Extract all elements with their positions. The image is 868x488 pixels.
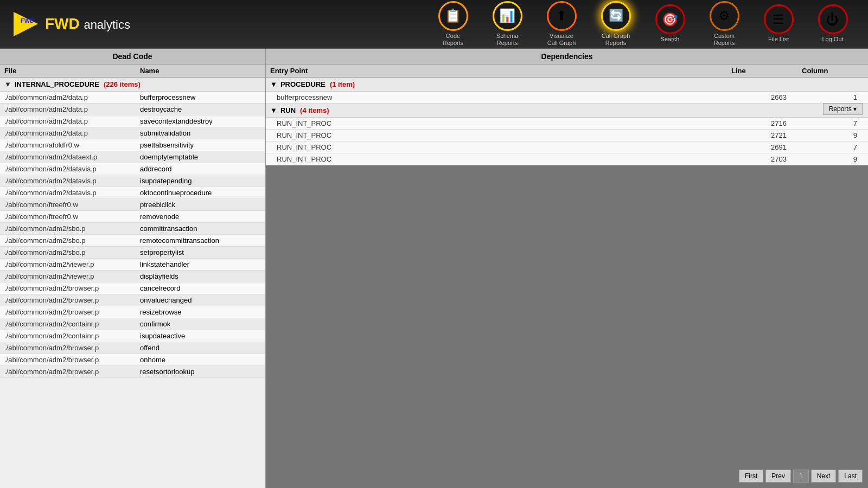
left-cell-file: ./abl/common/adm2/browser.p [0, 356, 136, 364]
table-row[interactable]: ./abl/common/afoldfr0.w psettabsensitivi… [0, 139, 265, 151]
left-group-toggle[interactable]: ▼ [4, 80, 11, 88]
left-cell-file: ./abl/common/adm2/datavis.p [0, 177, 136, 185]
right-cell-line: 2703 [727, 155, 797, 163]
left-rows-container: ./abl/common/adm2/data.p bufferprocessne… [0, 92, 265, 378]
left-cell-file: ./abl/common/ftreefr0.w [0, 201, 136, 209]
svg-marker-0 [14, 12, 38, 36]
procedure-rows: bufferprocessnew 2663 1 [266, 92, 868, 104]
right-table-headers: Entry Point Line Column [266, 65, 868, 78]
nav-call-graph-reports[interactable]: 🔄 Call GraphReports [591, 1, 640, 47]
left-cell-name: offend [136, 344, 265, 352]
nav-file-list[interactable]: ☰ File List [754, 4, 803, 43]
left-cell-file: ./abl/common/adm2/sbo.p [0, 224, 136, 233]
left-cell-name: ptreeblclick [136, 201, 265, 209]
last-button[interactable]: Last [838, 470, 863, 483]
left-cell-file: ./abl/common/adm2/browser.p [0, 308, 136, 316]
nav-custom-reports-label: CustomReports [714, 33, 735, 47]
table-row[interactable]: ./abl/common/adm2/data.p bufferprocessne… [0, 92, 265, 104]
right-cell-line: 2721 [727, 131, 797, 139]
table-row[interactable]: ./abl/common/adm2/browser.p offend [0, 342, 265, 354]
procedure-toggle[interactable]: ▼ [270, 80, 277, 88]
nav-custom-reports[interactable]: ⚙ CustomReports [700, 1, 749, 47]
procedure-section-header[interactable]: ▼ PROCEDURE (1 item) [266, 78, 868, 92]
first-button[interactable]: First [739, 470, 763, 483]
nav-log-out[interactable]: ⏻ Log Out [808, 4, 857, 43]
log-out-icon: ⏻ [818, 4, 848, 34]
file-list-icon: ☰ [764, 4, 794, 34]
right-cell-entry: RUN_INT_PROC [266, 131, 727, 139]
left-cell-name: doemptytemptable [136, 153, 265, 161]
right-header-entry: Entry Point [266, 67, 727, 75]
next-button[interactable]: Next [811, 470, 837, 483]
left-cell-file: ./abl/common/adm2/data.p [0, 105, 136, 113]
table-row[interactable]: RUN_INT_PROC 2721 9 [266, 130, 868, 142]
table-row[interactable]: RUN_INT_PROC 2691 7 [266, 142, 868, 153]
nav-search-label: Search [661, 36, 680, 43]
procedure-section-count: (1 item) [330, 80, 355, 88]
run-toggle[interactable]: ▼ [270, 106, 277, 114]
table-row[interactable]: ./abl/common/ftreefr0.w ptreeblclick [0, 199, 265, 211]
nav-log-out-label: Log Out [822, 36, 843, 43]
left-cell-file: ./abl/common/adm2/viewer.p [0, 260, 136, 268]
left-cell-name: committransaction [136, 224, 265, 233]
table-row[interactable]: ./abl/common/adm2/sbo.p remotecommittran… [0, 235, 265, 247]
right-cell-column: 1 [797, 93, 868, 101]
table-row[interactable]: ./abl/common/adm2/browser.p onvaluechang… [0, 294, 265, 306]
table-row[interactable]: ./abl/common/adm2/datavis.p addrecord [0, 163, 265, 175]
right-cell-entry: RUN_INT_PROC [266, 143, 727, 151]
table-row[interactable]: ./abl/common/adm2/data.p submitvalidatio… [0, 127, 265, 139]
table-row[interactable]: bufferprocessnew 2663 1 [266, 92, 868, 104]
table-row[interactable]: ./abl/common/adm2/datavis.p isupdatepend… [0, 175, 265, 187]
nav-schema-reports[interactable]: 📊 SchemaReports [483, 1, 532, 47]
table-row[interactable]: ./abl/common/adm2/browser.p cancelrecord [0, 282, 265, 294]
logo-fwd: FWD [45, 15, 80, 32]
current-page[interactable]: 1 [793, 470, 809, 483]
left-cell-name: bufferprocessnew [136, 93, 265, 101]
reports-button-label: Reports ▾ [829, 105, 857, 113]
right-content[interactable]: ▼ PROCEDURE (1 item) bufferprocessnew 26… [266, 78, 868, 488]
table-row[interactable]: ./abl/common/adm2/browser.p resizebrowse [0, 306, 265, 318]
table-row[interactable]: ./abl/common/adm2/containr.p isupdateact… [0, 330, 265, 342]
right-cell-column: 9 [797, 131, 868, 139]
table-row[interactable]: ./abl/common/adm2/datavis.p oktocontinue… [0, 187, 265, 199]
left-table-headers: File Name [0, 65, 265, 78]
left-cell-name: remotecommittransaction [136, 236, 265, 245]
table-row[interactable]: ./abl/common/ftreefr0.w removenode [0, 211, 265, 223]
right-header-column: Column [797, 67, 868, 75]
schema-reports-icon: 📊 [493, 1, 522, 31]
table-row[interactable]: ./abl/common/adm2/sbo.p setpropertylist [0, 247, 265, 259]
left-cell-name: oktocontinueprocedure [136, 189, 265, 197]
left-cell-file: ./abl/common/adm2/sbo.p [0, 236, 136, 245]
left-cell-name: isupdateactive [136, 332, 265, 340]
nav-icons: 📋 CodeReports 📊 SchemaReports ⬆ Visualiz… [429, 1, 857, 47]
table-row[interactable]: ./abl/common/adm2/data.p destroycache [0, 104, 265, 115]
reports-button[interactable]: Reports ▾ [823, 103, 863, 115]
left-cell-name: displayfields [136, 272, 265, 280]
table-row[interactable]: ./abl/common/adm2/containr.p confirmok [0, 318, 265, 330]
table-row[interactable]: ./abl/common/adm2/browser.p resetsortorl… [0, 366, 265, 378]
table-row[interactable]: ./abl/common/adm2/sbo.p committransactio… [0, 223, 265, 235]
table-row[interactable]: ./abl/common/adm2/viewer.p linkstatehand… [0, 259, 265, 271]
prev-button[interactable]: Prev [765, 470, 791, 483]
run-section-header[interactable]: ▼ RUN (4 items) [266, 104, 868, 118]
nav-schema-reports-label: SchemaReports [496, 33, 518, 47]
nav-call-graph-label: Call GraphReports [602, 33, 630, 47]
table-row[interactable]: RUN_INT_PROC 2716 7 [266, 118, 868, 130]
left-cell-name: linkstatehandler [136, 260, 265, 268]
right-header-line: Line [727, 67, 797, 75]
nav-search[interactable]: 🎯 Search [646, 4, 694, 43]
table-row[interactable]: ./abl/common/adm2/browser.p onhome [0, 354, 265, 366]
table-row[interactable]: ./abl/common/adm2/dataext.p doemptytempt… [0, 151, 265, 163]
nav-visualize-call-graph[interactable]: ⬆ VisualizeCall Graph [537, 1, 586, 47]
right-cell-entry: bufferprocessnew [266, 93, 727, 101]
right-cell-entry: RUN_INT_PROC [266, 155, 727, 163]
table-row[interactable]: RUN_INT_PROC 2703 9 [266, 153, 868, 165]
left-table[interactable]: ▼ INTERNAL_PROCEDURE (226 items) ./abl/c… [0, 78, 265, 488]
table-row[interactable]: ./abl/common/adm2/viewer.p displayfields [0, 271, 265, 282]
left-group-header[interactable]: ▼ INTERNAL_PROCEDURE (226 items) [0, 78, 265, 92]
run-section-name: RUN [280, 106, 296, 114]
nav-code-reports[interactable]: 📋 CodeReports [429, 1, 477, 47]
table-row[interactable]: ./abl/common/adm2/data.p savecontextandd… [0, 115, 265, 127]
nav-file-list-label: File List [768, 36, 789, 43]
procedure-section-name: PROCEDURE [280, 80, 326, 88]
